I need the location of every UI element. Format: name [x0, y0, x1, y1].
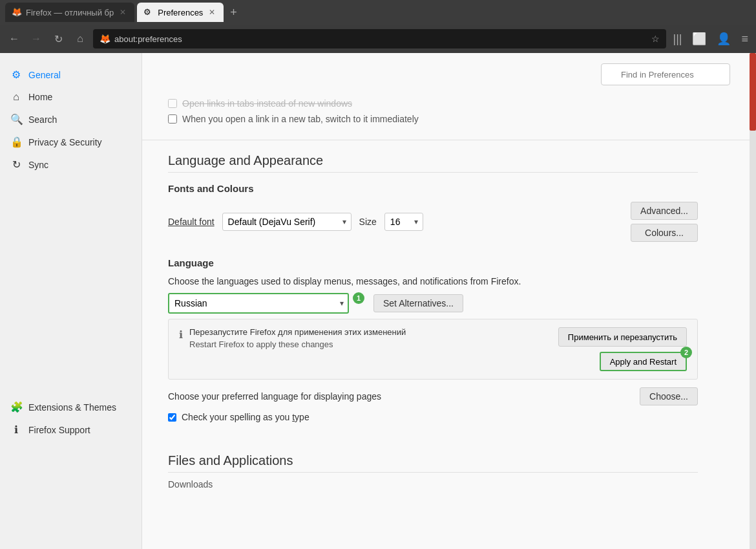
- language-select[interactable]: Russian: [168, 293, 349, 314]
- search-input[interactable]: [601, 63, 730, 85]
- lock-icon: 🔒: [10, 136, 22, 148]
- apply-restart-button[interactable]: Apply and Restart: [600, 352, 687, 371]
- choose-button[interactable]: Choose...: [640, 387, 698, 405]
- support-icon: ℹ: [10, 424, 22, 436]
- restart-ru-text: Перезапустите Firefox для применения эти…: [189, 327, 552, 337]
- sidebar-item-extensions[interactable]: 🧩 Extensions & Themes: [0, 396, 142, 418]
- section-title-lang-appearance: Language and Appearance: [168, 153, 698, 173]
- tab1-close[interactable]: ✕: [118, 7, 128, 17]
- language-appearance-section: Language and Appearance Fonts and Colour…: [142, 153, 724, 438]
- btn-row: Advanced... Colours...: [631, 202, 698, 242]
- home-button[interactable]: ⌂: [71, 30, 89, 48]
- menu-icon[interactable]: ≡: [739, 30, 751, 48]
- sidebar-item-general-label: General: [28, 70, 61, 80]
- extensions-icon: 🧩: [10, 401, 22, 413]
- bookmark-star[interactable]: ☆: [651, 34, 660, 44]
- sidebar-item-support-label: Firefox Support: [28, 425, 90, 435]
- bookmarks-icon[interactable]: |||: [670, 30, 684, 48]
- tab1-favicon: 🦊: [12, 7, 22, 17]
- checkbox-2[interactable]: [168, 114, 177, 124]
- gear-icon: ⚙: [10, 69, 22, 81]
- search-icon: 🔍: [10, 113, 22, 125]
- tab2-close[interactable]: ✕: [207, 7, 217, 17]
- content-area: ⚙ General ⌂ Home 🔍 Search 🔒 Privacy & Se…: [0, 53, 756, 549]
- checkbox-row-1: Open links in tabs instead of new window…: [168, 98, 730, 109]
- address-bar: ← → ↻ ⌂ 🦊 about:preferences ☆ ||| ⬜ 👤 ≡: [0, 25, 756, 53]
- preferred-language-row: Choose your preferred language for displ…: [168, 387, 698, 405]
- files-title: Files and Applications: [168, 453, 698, 473]
- restart-btn-col: Применить и перезапустить Apply and Rest…: [558, 327, 687, 371]
- sidebar-item-home-label: Home: [28, 92, 52, 102]
- back-button[interactable]: ←: [5, 30, 23, 48]
- info-icon: ℹ: [179, 328, 183, 341]
- pref-lang-text: Choose your preferred language for displ…: [168, 391, 633, 402]
- sidebar-item-sync[interactable]: ↻ Sync: [0, 153, 142, 176]
- size-label: Size: [359, 217, 377, 227]
- advanced-button[interactable]: Advanced...: [631, 202, 698, 220]
- fonts-subsection-title: Fonts and Colours: [168, 183, 698, 194]
- tab2-favicon: ⚙: [143, 7, 154, 17]
- search-wrapper: [601, 63, 730, 85]
- url-bar[interactable]: 🦊 about:preferences ☆: [93, 29, 666, 48]
- checkbox-1[interactable]: [168, 99, 177, 108]
- size-select[interactable]: 16: [384, 213, 423, 231]
- tab-2[interactable]: ⚙ Preferences ✕: [137, 3, 224, 22]
- font-select-wrapper: Default (DejaVu Serif): [222, 213, 352, 231]
- sidebar-item-extensions-label: Extensions & Themes: [28, 402, 116, 413]
- sidebar-item-privacy-label: Privacy & Security: [28, 137, 102, 147]
- default-font-label: Default font: [168, 217, 215, 227]
- sidebar: ⚙ General ⌂ Home 🔍 Search 🔒 Privacy & Se…: [0, 53, 142, 549]
- sync-icon: ↻: [10, 158, 22, 171]
- language-row: Russian 1 Set Alternatives...: [168, 293, 698, 314]
- downloads-subtitle: Downloads: [168, 479, 698, 490]
- checkbox-2-label: When you open a link in a new tab, switc…: [182, 114, 419, 124]
- restart-notice: ℹ Перезапустите Firefox для применения э…: [168, 319, 698, 380]
- main-content: Open links in tabs instead of new window…: [142, 53, 756, 549]
- tab-1[interactable]: 🦊 Firefox — отличный бр ✕: [5, 3, 134, 22]
- search-bar-area: [142, 53, 756, 92]
- sidebar-item-privacy[interactable]: 🔒 Privacy & Security: [0, 131, 142, 153]
- url-text: about:preferences: [114, 34, 647, 44]
- font-row: Default font Default (DejaVu Serif) Size…: [168, 202, 698, 242]
- language-description: Choose the languages used to display men…: [168, 276, 698, 286]
- tab1-label: Firefox — отличный бр: [26, 8, 114, 17]
- restart-en-text: Restart Firefox to apply these changes: [189, 339, 552, 349]
- tabs-icon[interactable]: ⬜: [689, 29, 709, 48]
- top-checkboxes: Open links in tabs instead of new window…: [142, 92, 756, 140]
- site-icon: 🦊: [100, 34, 110, 44]
- sidebar-item-search[interactable]: 🔍 Search: [0, 108, 142, 131]
- set-alternatives-button[interactable]: Set Alternatives...: [373, 294, 463, 312]
- sidebar-item-support[interactable]: ℹ Firefox Support: [0, 418, 142, 441]
- sidebar-item-general[interactable]: ⚙ General: [0, 63, 142, 86]
- tab-bar: 🦊 Firefox — отличный бр ✕ ⚙ Preferences …: [0, 0, 756, 25]
- tab2-label: Preferences: [158, 8, 203, 17]
- sidebar-item-search-label: Search: [28, 114, 57, 125]
- forward-button[interactable]: →: [27, 30, 45, 48]
- account-icon[interactable]: 👤: [714, 29, 733, 48]
- home-icon: ⌂: [10, 91, 22, 103]
- lang-select-wrapper: Russian: [168, 293, 349, 314]
- spell-check-row: Check your spelling as you type: [168, 412, 698, 422]
- scrollbar-track[interactable]: [750, 53, 756, 549]
- language-subsection-title: Language: [168, 257, 698, 268]
- sidebar-item-home[interactable]: ⌂ Home: [0, 86, 142, 108]
- files-section: Files and Applications Downloads: [142, 453, 724, 505]
- badge-2: 2: [680, 347, 692, 358]
- restart-text: Перезапустите Firefox для применения эти…: [189, 327, 552, 349]
- reload-button[interactable]: ↻: [49, 30, 67, 48]
- new-tab-button[interactable]: +: [226, 6, 241, 19]
- colours-button[interactable]: Colours...: [631, 224, 698, 242]
- badge-1: 1: [353, 292, 364, 304]
- language-section: Language Choose the languages used to di…: [168, 257, 698, 422]
- spell-check-label: Check your spelling as you type: [182, 412, 310, 422]
- checkbox-row-2: When you open a link in a new tab, switc…: [168, 114, 730, 124]
- browser-window: 🦊 Firefox — отличный бр ✕ ⚙ Preferences …: [0, 0, 756, 549]
- apply-restart-ru-button[interactable]: Применить и перезапустить: [558, 327, 687, 347]
- scrollbar-thumb[interactable]: [750, 53, 756, 131]
- toolbar-icons: ||| ⬜ 👤 ≡: [670, 29, 751, 48]
- font-select[interactable]: Default (DejaVu Serif): [222, 213, 352, 231]
- sidebar-item-sync-label: Sync: [28, 160, 48, 170]
- checkbox-1-label: Open links in tabs instead of new window…: [182, 98, 352, 109]
- size-select-wrapper: 16: [384, 213, 423, 231]
- spell-check-checkbox[interactable]: [168, 413, 176, 422]
